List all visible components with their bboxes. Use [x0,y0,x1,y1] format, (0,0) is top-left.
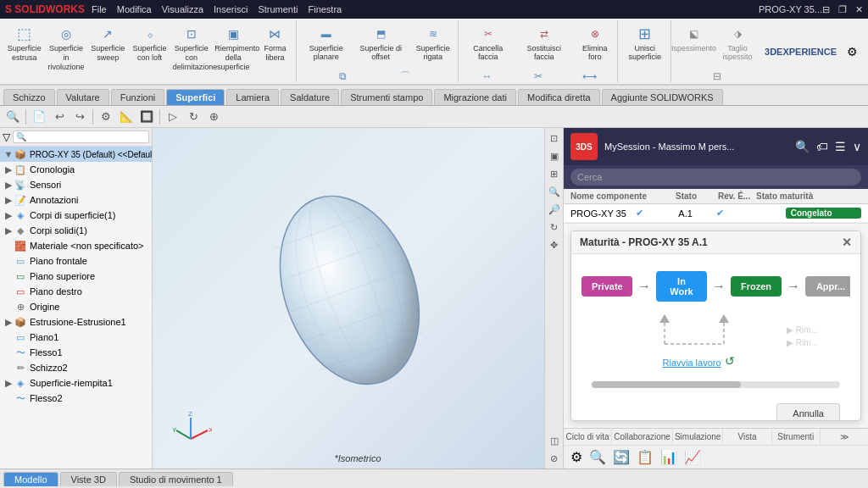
tdx-tab-collaborazione[interactable]: Collaborazione [612,429,673,445]
redo-button[interactable]: ↪ [70,108,89,125]
view-front-button[interactable]: ▣ [546,147,563,164]
tree-item-annotazioni[interactable]: ▶ 📝 Annotazioni [0,192,152,208]
superficie-riempita-expand[interactable]: ▶ [3,378,14,389]
undo-button[interactable]: ↩ [50,108,69,125]
tdx-tab-strumenti[interactable]: Strumenti [772,429,821,445]
tab-aggiunte[interactable]: Aggiunte SOLIDWORKS [602,89,723,105]
tdx-graph-icon[interactable]: 📈 [684,449,701,465]
filter-icon[interactable]: ▽ [3,131,10,143]
menu-visualizza[interactable]: Visualizza [162,4,203,14]
tdx-tab-vista[interactable]: Vista [723,429,771,445]
minimize-button[interactable]: ⊟ [822,4,830,15]
state-in-work[interactable]: In Work [656,271,707,302]
zoom-fit-button[interactable]: ⊞ [546,165,563,182]
tree-item-estrusione[interactable]: ▶ 📦 Estrusione-Estrusione1 [0,314,152,330]
tree-item-piano-destro[interactable]: ▭ Piano destro [0,284,152,299]
tdx-tab-simulazione[interactable]: Simulazione [673,429,723,445]
tdx-list-icon[interactable]: 📋 [637,449,654,465]
tab-migrazione-dati[interactable]: Migrazione dati [434,89,516,105]
tdx-refresh-icon[interactable]: 🔄 [613,449,630,465]
superficie-delimitazione-button[interactable]: ⊡ Superficie con delimitazione [172,22,210,73]
tdx-chevron-icon[interactable]: ∨ [853,140,861,153]
cancella-faccia-button[interactable]: ✂ Cancella faccia [462,22,514,63]
flow-scrollbar[interactable] [592,381,840,388]
taglio-ispessito-button[interactable]: ⬗ Taglio ispessito [715,22,760,63]
table-row[interactable]: PROG-XY 35 ✔ A.1 ✔ Congelato [564,204,868,223]
tree-item-origine[interactable]: ⊕ Origine [0,299,152,314]
superficie-sweep-button[interactable]: ↗ Superficie sweep [89,22,127,64]
tree-root-item[interactable]: ▼ 📦 PROG-XY 35 (Default) <<Default_Sta [0,147,152,162]
tab-modifica-diretta[interactable]: Modifica diretta [518,89,600,105]
tree-item-flesso2[interactable]: 〜 Flesso2 [0,391,152,406]
tree-item-sensori[interactable]: ▶ 📡 Sensori [0,177,152,192]
3d-viewport[interactable]: X Y Z *Isometrico ⊡ ▣ ⊞ 🔍 🔎 ↻ ✥ ◫ ⊘ [153,128,563,469]
cronologia-expand[interactable]: ▶ [3,164,14,175]
maturita-close-button[interactable]: ✕ [842,236,852,248]
tab-strumenti-stampo[interactable]: Strumenti stampo [341,89,432,105]
play-button[interactable]: ▷ [164,108,182,125]
new-doc-button[interactable]: 📄 [30,108,48,125]
tab-schizzo[interactable]: Schizzo [3,89,55,105]
display-style-button[interactable]: ◫ [546,432,563,449]
tdx-menu-icon[interactable]: ☰ [835,140,846,153]
tree-item-piano-frontale[interactable]: ▭ Piano frontale [0,253,152,269]
settings-button[interactable]: ⚙ [97,108,115,125]
tab-lamiera[interactable]: Lamiera [226,89,279,105]
tree-item-flesso1[interactable]: 〜 Flesso1 [0,345,152,360]
add-button[interactable]: ⊕ [204,108,223,125]
superficie-rifilata-button[interactable]: ✂ Superficie rifilata [515,64,562,85]
tree-filter-input[interactable] [13,130,149,143]
raccorda-button[interactable]: ⌒ Raccorda [387,64,424,85]
menu-finestra[interactable]: Finestra [308,4,342,14]
tdx-settings2-icon[interactable]: ⚙ [570,449,582,465]
tab-funzioni[interactable]: Funzioni [111,89,165,105]
menu-strumenti[interactable]: Strumenti [258,4,298,14]
tdx-search-input[interactable] [570,169,861,186]
snap-button[interactable]: 📐 [117,108,136,125]
tree-item-corpi-solidi[interactable]: ▶ ◆ Corpi solidi(1) [0,223,152,238]
tree-item-cronologia[interactable]: ▶ 📋 Cronologia [0,162,152,177]
pan-view-button[interactable]: ✥ [546,236,563,253]
bottom-tab-viste3d[interactable]: Viste 3D [60,472,117,486]
tdx-tag-icon[interactable]: 🏷 [816,140,828,153]
rotate-button[interactable]: ↻ [184,108,203,125]
elimina-foro-button[interactable]: ⊗ Elimina foro [575,22,615,63]
tree-item-materiale[interactable]: 🧱 Materiale <non specificato> [0,238,152,253]
riempimento-button[interactable]: ▣ Riempimento della superficie [214,22,252,73]
box-button[interactable]: 🔲 [137,108,156,125]
tdx-search-icon[interactable]: 🔍 [795,140,810,153]
state-approve[interactable]: Appr... [805,276,850,297]
superficie-estesa-button[interactable]: ↔ Superficie estesa [462,64,511,85]
menu-inserisci[interactable]: Inserisci [214,4,248,14]
state-private[interactable]: Private [581,276,632,297]
superficie-planare-button[interactable]: ▬ Superficie planare [300,22,352,63]
superficie-offset-button[interactable]: ⬒ Superficie di offset [354,22,407,63]
maximize-button[interactable]: ❐ [838,4,847,15]
tdx-tab-ciclo-vita[interactable]: Ciclo di vita [564,429,612,445]
bottom-tab-modello[interactable]: Modello [3,472,58,486]
bottom-tab-studio[interactable]: Studio di movimento 1 [119,472,233,486]
tab-superfici[interactable]: Superfici [166,89,225,105]
appiattimento-button[interactable]: ⧉ Appiattimento superficie [300,64,385,85]
zoom-in-button[interactable]: 🔍 [546,183,563,200]
superficie-loft-button[interactable]: ⬦ Superficie con loft [131,22,169,64]
rotate-view-button[interactable]: ↻ [546,219,563,236]
tdx-tab-more[interactable]: ≫ [821,429,868,445]
corpi-superficie-expand[interactable]: ▶ [3,210,14,221]
view-orient-button[interactable]: ⊡ [546,130,563,147]
allunga-superficie-button[interactable]: ⟷ Allunga superficie [565,64,615,85]
tree-item-piano-superiore[interactable]: ▭ Piano superiore [0,269,152,284]
annulla-button[interactable]: Annulla [776,403,840,421]
annotazioni-expand[interactable]: ▶ [3,195,14,206]
tab-valutare[interactable]: Valutare [57,89,109,105]
tree-item-piano1[interactable]: ▭ Piano1 [0,330,152,345]
tab-saldature[interactable]: Saldature [281,89,339,105]
menu-modifica[interactable]: Modifica [117,4,152,14]
ispessimento-button[interactable]: ⬕ Ispessimento [675,22,714,63]
tdx-search2-icon[interactable]: 🔍 [589,449,606,465]
sensori-expand[interactable]: ▶ [3,180,14,191]
taglio-superficie-button[interactable]: ⊟ Taglio con superficie [675,64,760,85]
search-button[interactable]: 🔍 [3,108,22,125]
superficie-rivoluzione-button[interactable]: ◎ Superficie in rivoluzione [47,22,85,73]
close-button[interactable]: ✕ [855,4,863,15]
